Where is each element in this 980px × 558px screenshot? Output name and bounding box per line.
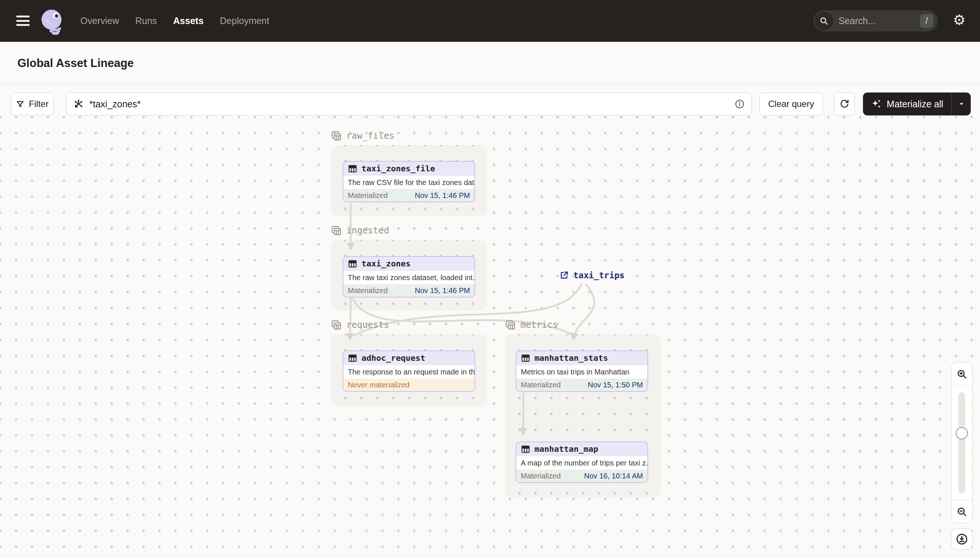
nav-item-runs[interactable]: Runs xyxy=(135,16,156,26)
zoom-slider-track[interactable] xyxy=(959,392,965,493)
asset-node-description: The response to an request made in th... xyxy=(343,365,474,379)
asset-node-manhattan-stats[interactable]: manhattan_stats Metrics on taxi trips in… xyxy=(516,350,648,392)
zoom-out-icon xyxy=(956,506,967,517)
filter-button[interactable]: Filter xyxy=(11,92,54,115)
table-icon xyxy=(521,353,530,363)
asset-node-manhattan-map[interactable]: manhattan_map A map of the number of tri… xyxy=(516,441,648,483)
materialization-timestamp: Nov 15, 1:50 PM xyxy=(588,381,643,389)
zoom-in-icon xyxy=(956,369,967,380)
chevron-down-icon xyxy=(957,100,965,108)
asset-node-status: Materialized Nov 15, 1:50 PM xyxy=(516,379,647,392)
table-icon xyxy=(348,259,357,269)
external-asset-taxi-trips[interactable]: taxi_trips xyxy=(559,271,624,280)
info-icon[interactable] xyxy=(735,99,745,109)
materialization-timestamp: Nov 15, 1:46 PM xyxy=(415,286,470,295)
dagster-logo[interactable] xyxy=(39,8,66,35)
zoom-panel xyxy=(951,362,973,523)
asset-node-header: adhoc_request xyxy=(343,351,474,365)
asset-node-taxi-zones[interactable]: taxi_zones The raw taxi zones dataset, l… xyxy=(343,256,475,297)
asset-node-description: The raw taxi zones dataset, loaded int..… xyxy=(343,271,474,284)
asset-node-status: Materialized Nov 16, 10:14 AM xyxy=(516,469,647,483)
top-nav: Overview Runs Assets Deployment Search..… xyxy=(0,0,980,42)
zoom-in-button[interactable] xyxy=(952,363,972,386)
asset-node-adhoc-request[interactable]: adhoc_request The response to an request… xyxy=(343,350,475,392)
page-header: Global Asset Lineage Reload definitions xyxy=(0,42,980,85)
materialize-all-button[interactable]: Materialize all xyxy=(863,92,952,115)
asset-node-header: manhattan_stats xyxy=(516,351,647,365)
asset-node-taxi-zones-file[interactable]: taxi_zones_file The raw CSV file for the… xyxy=(343,161,475,202)
table-icon xyxy=(348,164,357,174)
group-label-raw-files[interactable]: raw_files xyxy=(331,130,394,141)
download-image-button[interactable] xyxy=(951,528,973,550)
zoom-out-button[interactable] xyxy=(952,500,972,523)
group-label-requests[interactable]: requests xyxy=(331,319,389,330)
nav-item-deployment[interactable]: Deployment xyxy=(220,16,269,26)
group-tables-icon xyxy=(505,319,516,330)
gear-icon[interactable]: ⚙ xyxy=(951,12,967,28)
refresh-icon xyxy=(840,99,849,109)
search-input[interactable]: Search... / xyxy=(813,10,938,31)
dagster-app: Overview Runs Assets Deployment Search..… xyxy=(0,0,980,558)
group-tables-icon xyxy=(331,319,342,330)
search-icon xyxy=(815,12,833,30)
download-icon xyxy=(955,533,968,545)
asset-node-status: Materialized Nov 15, 1:46 PM xyxy=(343,284,474,297)
asset-query-input[interactable]: *taxi_zones* xyxy=(66,92,752,115)
asset-node-status: Materialized Nov 15, 1:46 PM xyxy=(343,189,474,202)
lineage-toolbar: Filter *taxi_zones* xyxy=(0,92,980,115)
zoom-slider-handle[interactable] xyxy=(955,427,968,440)
asset-node-description: A map of the number of trips per taxi z.… xyxy=(516,456,647,469)
asset-node-header: taxi_zones_file xyxy=(343,162,474,176)
query-value: *taxi_zones* xyxy=(89,99,735,110)
asset-node-header: taxi_zones xyxy=(343,257,474,271)
asset-node-status: Never materialized xyxy=(343,379,474,392)
nav-item-assets[interactable]: Assets xyxy=(173,16,204,26)
external-link-icon xyxy=(559,271,569,280)
lineage-canvas[interactable] xyxy=(0,115,980,558)
asset-node-description: Metrics on taxi trips in Manhattan xyxy=(516,365,647,379)
funnel-icon xyxy=(16,100,25,108)
group-label-metrics[interactable]: metrics xyxy=(505,319,558,330)
page-title: Global Asset Lineage xyxy=(17,57,134,70)
materialize-all-split-button: Materialize all xyxy=(863,92,971,115)
refresh-graph-button[interactable] xyxy=(834,92,855,115)
materialization-timestamp: Nov 15, 1:46 PM xyxy=(415,191,470,200)
table-icon xyxy=(521,445,530,454)
nav-item-overview[interactable]: Overview xyxy=(81,16,119,26)
clear-query-button[interactable]: Clear query xyxy=(759,92,823,115)
sparkles-icon xyxy=(871,98,882,110)
group-label-ingested[interactable]: ingested xyxy=(331,225,389,236)
search-shortcut-badge: / xyxy=(920,14,933,28)
asset-node-description: The raw CSV file for the taxi zones dat.… xyxy=(343,176,474,189)
nav-links: Overview Runs Assets Deployment xyxy=(81,0,269,42)
zoom-slider[interactable] xyxy=(952,386,972,500)
search-placeholder: Search... xyxy=(838,16,920,26)
dag-icon xyxy=(73,98,84,110)
materialization-timestamp: Nov 16, 10:14 AM xyxy=(584,472,643,480)
asset-node-header: manhattan_map xyxy=(516,442,647,456)
group-tables-icon xyxy=(331,130,342,141)
table-icon xyxy=(348,353,357,363)
hamburger-menu-icon[interactable] xyxy=(16,16,30,26)
materialize-options-caret-button[interactable] xyxy=(952,92,971,115)
group-tables-icon xyxy=(331,225,342,236)
